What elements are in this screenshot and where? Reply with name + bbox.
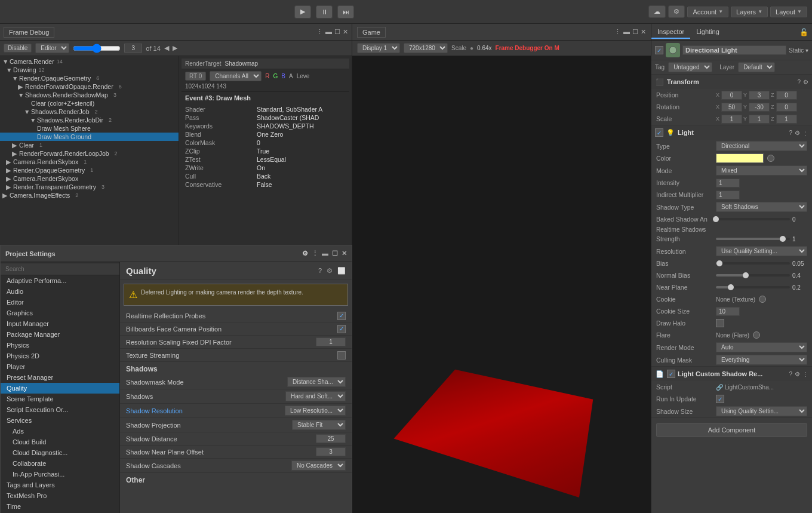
tree-item[interactable]: ▶ RenderForwardOpaque.Render 6 [0,82,179,91]
cloud-icon[interactable]: ☁ [648,5,666,18]
transform-settings-btn[interactable]: ⚙ [803,79,808,85]
resolution-insp-dropdown[interactable]: Use Quality Setting... [716,246,807,256]
scale-y-input[interactable] [749,115,770,124]
render-mode-dropdown[interactable]: Auto [716,342,807,352]
shadow-near-plane-input[interactable] [316,447,346,456]
indirect-multiplier-input[interactable] [716,191,740,199]
minimize-icon[interactable]: ▬ [325,28,332,36]
culling-mask-dropdown[interactable]: Everything [716,355,807,365]
game-close-icon[interactable]: ✕ [641,28,646,36]
sidebar-item-time[interactable]: Time [1,501,119,512]
pos-y-input[interactable] [749,91,770,100]
resolution-scaling-input[interactable] [316,337,346,346]
shadows-dropdown[interactable]: Hard and Soft... [285,391,346,401]
frame-debug-tab[interactable]: Frame Debug [4,27,54,38]
pause-button[interactable]: ⏸ [316,5,333,19]
light-header[interactable]: 💡 Light ? ⚙ ⋮ [651,125,812,140]
shadow-resolution-dropdown[interactable]: Low Resolutio... [285,406,346,416]
sidebar-item-clouddiag[interactable]: Cloud Diagnostic... [1,447,119,458]
quality-lock-icon[interactable]: ⬜ [337,267,346,275]
shadowmask-dropdown[interactable]: Distance Sha... [287,377,346,387]
sidebar-item-physics2d[interactable]: Physics 2D [1,351,119,361]
pos-x-input[interactable] [721,91,742,100]
sidebar-item-quality[interactable]: Quality [1,383,119,394]
scale-x-input[interactable] [721,115,742,124]
sidebar-item-services[interactable]: Services [1,415,119,426]
light-settings-btn[interactable]: ⚙ [795,130,800,136]
bias-thumb[interactable] [716,260,722,266]
sidebar-item-collaborate[interactable]: Collaborate [1,458,119,469]
realtime-reflection-checkbox[interactable] [337,312,346,320]
disable-button[interactable]: Disable [4,44,32,53]
custom-shadow-menu-btn[interactable]: ⋮ [802,371,808,377]
tree-item[interactable]: ▶ RenderForward.RenderLoopJob 2 [0,149,179,158]
frame-slider[interactable] [73,44,121,53]
inspector-tab[interactable]: Inspector [651,26,690,39]
tree-item[interactable]: ▶ Render.OpaqueGeometry 1 [0,166,179,174]
custom-shadow-header[interactable]: 📄 Light Custom Shadow Re... ? ⚙ ⋮ [651,367,812,381]
tree-item[interactable]: ▼ Render.OpaqueGeometry 6 [0,74,179,82]
sidebar-item-editor[interactable]: Editor [1,297,119,308]
sidebar-item-script[interactable]: Script Execution Or... [1,404,119,415]
near-plane-thumb[interactable] [728,284,734,290]
custom-shadow-settings-btn[interactable]: ⚙ [795,371,800,377]
sidebar-item-audio[interactable]: Audio [1,286,119,297]
sidebar-item-input[interactable]: Input Manager [1,318,119,329]
layers-menu[interactable]: Layers ▼ [731,7,768,17]
rot-z-input[interactable] [776,103,797,112]
custom-shadow-help-btn[interactable]: ? [789,371,792,377]
cookie-size-input[interactable] [716,307,740,316]
texture-streaming-checkbox[interactable] [337,351,346,360]
tree-item-selected[interactable]: Draw Mesh Ground [0,133,179,141]
sidebar-item-graphics[interactable]: Graphics [1,308,119,318]
layout-menu[interactable]: Layout ▼ [770,7,807,17]
tree-item[interactable]: ▼ Shadows.RenderJobDir 2 [0,116,179,124]
ps-search-input[interactable] [1,263,119,275]
tag-dropdown[interactable]: Untagged [668,62,712,72]
quality-settings-icon[interactable]: ⚙ [327,267,333,275]
sidebar-item-scene-template[interactable]: Scene Template [1,394,119,404]
rt0-tab[interactable]: RT 0 [185,72,206,81]
collab-icon[interactable]: ⚙ [668,5,685,18]
go-name-input[interactable] [682,45,786,55]
tree-item[interactable]: ▶ Clear 1 [0,141,179,149]
maximize-icon[interactable]: ☐ [334,28,340,36]
light-color-picker[interactable] [716,153,764,163]
transform-header[interactable]: ⬛ Transform ? ⚙ [651,75,812,89]
run-update-checkbox[interactable] [716,395,724,403]
display-dropdown[interactable]: Display 1 [357,43,400,53]
channels-dropdown[interactable]: Channels All [210,71,262,81]
light-mode-dropdown[interactable]: Mixed [716,165,807,176]
step-button[interactable]: ⏭ [337,5,354,19]
prev-frame-icon[interactable]: ◀ [164,44,169,52]
tree-item[interactable]: ▶ Camera.ImageEffects 2 [0,191,179,199]
sidebar-item-tags[interactable]: Tags and Layers [1,480,119,490]
tree-item[interactable]: ▶ Render.TransparentGeometry 3 [0,183,179,191]
next-frame-icon[interactable]: ▶ [173,44,177,52]
resolution-dropdown[interactable]: 720x1280 [404,43,448,53]
light-help-btn[interactable]: ? [789,130,792,136]
add-component-button[interactable]: Add Component [656,423,807,437]
strength-thumb[interactable] [780,236,786,242]
sidebar-item-adaptive[interactable]: Adaptive Performa... [1,275,119,286]
tree-item[interactable]: Draw Mesh Sphere [0,124,179,133]
custom-shadow-enabled[interactable] [667,370,675,378]
sidebar-item-package[interactable]: Package Manager [1,329,119,340]
normal-bias-thumb[interactable] [743,272,749,278]
sidebar-item-ads[interactable]: Ads [1,426,119,437]
quality-help-icon[interactable]: ? [318,267,322,275]
cookie-target-icon[interactable] [759,296,766,303]
tree-item[interactable]: ▶ Camera.RenderSkybox [0,174,179,183]
tree-item[interactable]: Clear (color+Z+stencil) [0,99,179,107]
editor-dropdown[interactable]: Editor [35,43,69,53]
layer-dropdown[interactable]: Default [738,62,775,72]
shadow-size-dropdown[interactable]: Using Quality Settin... [716,406,807,416]
light-enabled-checkbox[interactable] [655,128,663,137]
transform-help-btn[interactable]: ? [797,79,801,85]
light-type-dropdown[interactable]: Directional [716,141,807,151]
shadow-projection-dropdown[interactable]: Stable Fit [292,420,346,430]
shadow-cascades-dropdown[interactable]: No Cascades [291,460,346,471]
game-minimize-icon[interactable]: ▬ [623,28,630,36]
tree-item[interactable]: ▶ Camera.RenderSkybox 1 [0,158,179,166]
ps-minimize-icon[interactable]: ▬ [322,250,328,257]
